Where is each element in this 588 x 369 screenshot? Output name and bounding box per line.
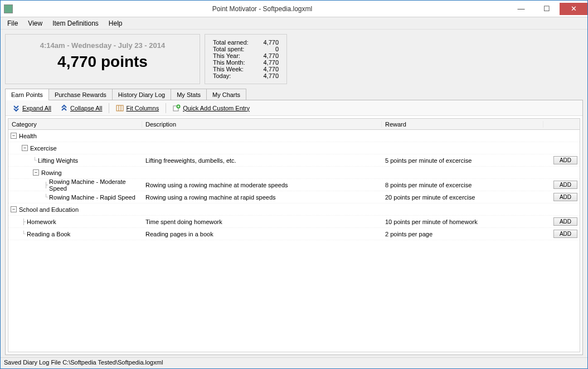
stat-total-spent: Total spent:0 — [213, 46, 279, 52]
app-icon — [4, 4, 13, 13]
titlebar: Point Motivator - Softpedia.logxml — ☐ ✕ — [1, 1, 587, 17]
category-row-health[interactable]: −Health — [8, 130, 580, 142]
points-grid: Category Description Reward −Health −Exc… — [8, 118, 580, 352]
item-row-rowing-rapid[interactable]: └Rowing Machine - Rapid Speed Rowing usi… — [8, 191, 580, 203]
item-row-rowing-moderate[interactable]: ├Rowing Machine - Moderate Speed Rowing … — [8, 179, 580, 191]
svg-rect-0 — [116, 105, 123, 111]
tab-strip: Earn Points Purchase Rewards History Dia… — [5, 89, 583, 100]
tabs-area: Earn Points Purchase Rewards History Dia… — [1, 89, 587, 357]
tab-history-diary-log[interactable]: History Diary Log — [112, 89, 171, 100]
add-button[interactable]: ADD — [553, 193, 577, 201]
expand-icon — [12, 104, 20, 112]
menubar: File View Item Definitions Help — [1, 17, 587, 30]
category-row-excercise[interactable]: −Excercise — [8, 142, 580, 154]
grid-header: Category Description Reward — [8, 119, 580, 130]
add-button[interactable]: ADD — [553, 217, 577, 226]
grid-body: −Health −Excercise └Lifting Weights Lift… — [8, 130, 580, 352]
stat-total-earned: Total earned:4,770 — [213, 39, 279, 46]
add-button[interactable]: ADD — [553, 181, 577, 189]
column-reward[interactable]: Reward — [382, 121, 543, 128]
stat-this-month: This Month:4,770 — [213, 59, 279, 66]
app-window: Point Motivator - Softpedia.logxml — ☐ ✕… — [0, 0, 588, 369]
collapse-icon — [60, 104, 68, 112]
quick-add-icon — [173, 104, 181, 112]
expand-all-button[interactable]: Expand All — [9, 103, 55, 113]
statusbar: Saved Diary Log File C:\Softpedia Tested… — [1, 357, 587, 368]
window-controls: — ☐ ✕ — [508, 3, 587, 15]
stat-today: Today:4,770 — [213, 72, 279, 79]
item-row-reading[interactable]: └Reading a Book Reading pages in a book … — [8, 228, 580, 240]
datetime-label: 4:14am - Wednesday - July 23 - 2014 — [13, 39, 192, 52]
fit-columns-button[interactable]: Fit Columns — [113, 103, 162, 113]
minimize-button[interactable]: — — [508, 3, 534, 15]
collapse-icon[interactable]: − — [11, 206, 17, 212]
tab-my-stats[interactable]: My Stats — [171, 89, 207, 100]
collapse-icon[interactable]: − — [22, 145, 28, 151]
toolbar-separator — [166, 103, 166, 113]
tab-purchase-rewards[interactable]: Purchase Rewards — [48, 89, 113, 100]
column-description[interactable]: Description — [142, 121, 382, 128]
quick-add-button[interactable]: Quick Add Custom Entry — [169, 103, 253, 113]
item-row-homework[interactable]: ├Homework Time spent doing homework 10 p… — [8, 216, 580, 228]
category-row-school[interactable]: −School and Education — [8, 203, 580, 216]
stat-this-year: This Year:4,770 — [213, 52, 279, 59]
points-total: 4,770 points — [13, 52, 192, 73]
close-button[interactable]: ✕ — [560, 3, 587, 15]
stat-this-week: This Week:4,770 — [213, 66, 279, 72]
maximize-button[interactable]: ☐ — [534, 3, 560, 15]
tab-earn-points[interactable]: Earn Points — [5, 89, 49, 100]
menu-view[interactable]: View — [23, 18, 47, 28]
menu-help[interactable]: Help — [104, 18, 127, 28]
window-title: Point Motivator - Softpedia.logxml — [16, 5, 508, 13]
category-row-rowing[interactable]: −Rowing — [8, 167, 580, 179]
menu-file[interactable]: File — [3, 18, 22, 28]
column-category[interactable]: Category — [8, 121, 142, 128]
add-button[interactable]: ADD — [553, 230, 577, 238]
stats-panel: Total earned:4,770 Total spent:0 This Ye… — [205, 34, 287, 84]
toolbar: Expand All Collapse All Fit Columns Quic… — [6, 100, 582, 116]
points-panel: 4:14am - Wednesday - July 23 - 2014 4,77… — [5, 34, 200, 84]
fit-columns-icon — [116, 104, 124, 112]
tab-content: Expand All Collapse All Fit Columns Quic… — [5, 100, 583, 355]
collapse-icon[interactable]: − — [33, 169, 39, 176]
item-row-lifting-weights[interactable]: └Lifting Weights Lifting freeweights, du… — [8, 154, 580, 167]
top-panels: 4:14am - Wednesday - July 23 - 2014 4,77… — [1, 30, 587, 89]
menu-item-definitions[interactable]: Item Definitions — [48, 18, 103, 28]
add-button[interactable]: ADD — [553, 156, 577, 164]
tab-my-charts[interactable]: My Charts — [206, 89, 246, 100]
collapse-all-button[interactable]: Collapse All — [57, 103, 105, 113]
collapse-icon[interactable]: − — [11, 133, 17, 139]
toolbar-separator — [109, 103, 109, 113]
